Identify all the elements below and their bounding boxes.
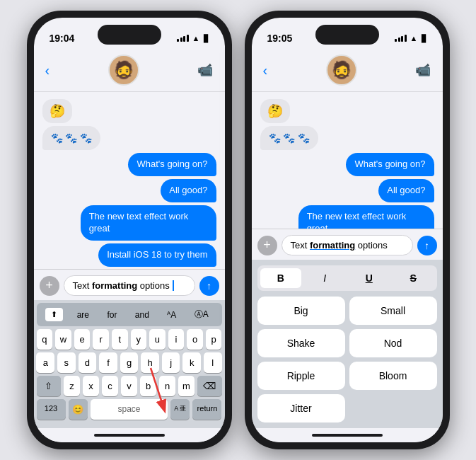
kb-key-n[interactable]: n	[159, 376, 175, 396]
send-button-2[interactable]: ↑	[417, 236, 437, 255]
format-panel-2: B I U S Big Small Shake Nod Ripple Bloom…	[252, 260, 443, 428]
msg-text-effect-2: The new text effect work great	[298, 205, 434, 229]
kb-key-c[interactable]: c	[102, 376, 118, 396]
fmt-bold-btn[interactable]: B	[260, 268, 302, 288]
home-bar-1	[94, 434, 165, 437]
kb-key-r[interactable]: r	[93, 329, 109, 350]
fmt-nod-btn[interactable]: Nod	[349, 329, 437, 357]
kb-suggestion-and-1[interactable]: and	[131, 308, 153, 322]
msg-row-emoji-1: 🤔	[42, 99, 216, 123]
msg-all-good-2: All good?	[378, 179, 434, 202]
fmt-ripple-btn[interactable]: Ripple	[257, 362, 345, 390]
phone-1-screen: 19:04 ▲ ▊ ‹ 🧔 📹 🤔	[34, 18, 225, 442]
msg-row-thinking-2: 🐾 🐾 🐾	[260, 126, 434, 150]
msg-row-sent-1-2: What's going on?	[260, 153, 434, 176]
fmt-big-btn[interactable]: Big	[257, 297, 345, 325]
kb-key-t[interactable]: t	[112, 329, 128, 350]
kb-key-g[interactable]: g	[120, 352, 139, 373]
kb-tool-aa2-1[interactable]: ⒶA	[190, 306, 213, 323]
home-indicator-2	[252, 428, 443, 442]
kb-key-y[interactable]: y	[131, 329, 147, 350]
kb-key-v[interactable]: v	[121, 376, 137, 396]
kb-key-m[interactable]: m	[178, 376, 195, 396]
fmt-small-btn[interactable]: Small	[349, 297, 437, 325]
time-1: 19:04	[50, 33, 75, 44]
msg-emoji-1: 🤔	[42, 99, 72, 123]
kb-row-1: q w e r t y u i o p	[37, 329, 222, 350]
kb-key-shift[interactable]: ⇧	[37, 376, 62, 396]
fmt-empty-btn	[349, 394, 437, 422]
format-toolbar-2: B I U S	[257, 265, 437, 291]
kb-key-o[interactable]: o	[187, 329, 203, 350]
wifi-icon-1: ▲	[192, 34, 200, 42]
kb-key-123[interactable]: 123	[37, 399, 66, 420]
kb-key-f[interactable]: f	[99, 352, 117, 373]
input-field-1[interactable]: Text formatting options	[64, 275, 195, 296]
msg-row-emoji-2: 🤔	[260, 99, 434, 123]
msg-row-1: What's going on?	[42, 153, 216, 176]
kb-key-i[interactable]: i	[168, 329, 185, 350]
kb-suggestion-for-1[interactable]: for	[103, 308, 121, 322]
send-button-1[interactable]: ↑	[199, 276, 219, 296]
kb-key-delete[interactable]: ⌫	[197, 376, 222, 396]
fmt-shake-btn[interactable]: Shake	[257, 329, 345, 357]
fmt-bloom-btn[interactable]: Bloom	[349, 362, 437, 390]
msg-whats-going-on-2: What's going on?	[346, 153, 434, 176]
fmt-underline-btn[interactable]: U	[349, 268, 390, 288]
msg-row-sent-3-2: The new text effect work great	[260, 205, 434, 229]
kb-key-e[interactable]: e	[74, 329, 91, 350]
nav-header-1: ‹ 🧔 📹	[34, 52, 225, 92]
msg-thinking-2: 🐾 🐾 🐾	[260, 126, 319, 150]
kb-tool-aa-1[interactable]: ᴬA	[163, 308, 180, 322]
msg-whats-going-on-1: What's going on?	[128, 153, 216, 176]
kb-key-b[interactable]: b	[140, 376, 156, 396]
keyboard-toolbar-1: ⬆ are for and ᴬA ⒶA	[37, 303, 222, 326]
video-button-2[interactable]: 📹	[415, 62, 431, 78]
msg-install-1: Install iOS 18 to try them	[98, 243, 216, 267]
kb-key-return[interactable]: return	[192, 399, 221, 420]
kb-key-z[interactable]: z	[64, 376, 80, 396]
avatar-2[interactable]: 🧔	[326, 54, 357, 86]
kb-key-u[interactable]: u	[149, 329, 166, 350]
kb-key-d[interactable]: d	[79, 352, 97, 373]
add-button-1[interactable]: +	[40, 276, 59, 296]
fmt-jitter-btn[interactable]: Jitter	[257, 394, 345, 422]
fmt-strikethrough-btn[interactable]: S	[393, 268, 434, 288]
back-button-2[interactable]: ‹	[263, 62, 268, 79]
keyboard-1: ⬆ are for and ᴬA ⒶA q w e r t y u i o p …	[34, 300, 225, 428]
avatar-1[interactable]: 🧔	[108, 54, 139, 86]
kb-key-p[interactable]: p	[206, 329, 222, 350]
kb-key-k[interactable]: k	[182, 352, 201, 373]
back-button-1[interactable]: ‹	[45, 62, 50, 79]
msg-row-3: The new text effect work great	[42, 205, 216, 241]
kb-key-q[interactable]: q	[37, 329, 53, 350]
kb-key-l[interactable]: l	[204, 352, 222, 373]
kb-key-x[interactable]: x	[83, 376, 99, 396]
input-text-2: Text formatting options	[291, 240, 388, 251]
add-button-2[interactable]: +	[257, 236, 277, 255]
kb-key-emoji[interactable]: 😊	[69, 399, 88, 420]
msg-row-thinking-1: 🐾 🐾 🐾	[42, 126, 216, 150]
phone-2: 19:05 ▲ ▊ ‹ 🧔 📹 🤔	[245, 11, 450, 449]
dynamic-island-1	[98, 25, 161, 45]
status-icons-2: ▲ ▊	[395, 34, 426, 42]
home-bar-2	[312, 434, 383, 437]
kb-key-space[interactable]: space	[91, 399, 168, 420]
kb-row-2: a s d f g h j k l	[37, 352, 222, 373]
kb-key-w[interactable]: w	[55, 329, 71, 350]
kb-suggestion-are-1[interactable]: are	[73, 308, 93, 322]
status-icons-1: ▲ ▊	[177, 34, 209, 42]
fmt-italic-btn[interactable]: I	[304, 268, 346, 288]
kb-key-s[interactable]: s	[57, 352, 76, 373]
kb-key-j[interactable]: j	[162, 352, 180, 373]
kb-tool-up-1[interactable]: ⬆	[45, 308, 63, 321]
kb-key-a[interactable]: a	[36, 352, 54, 373]
video-button-1[interactable]: 📹	[197, 62, 213, 78]
input-field-2[interactable]: Text formatting options	[281, 235, 413, 255]
kb-key-h[interactable]: h	[141, 352, 159, 373]
phone-1: 19:04 ▲ ▊ ‹ 🧔 📹 🤔	[27, 11, 232, 449]
msg-row-sent-2-2: All good?	[260, 179, 434, 202]
input-bar-1: + Text formatting options ↑	[34, 269, 225, 300]
kb-key-intl[interactable]: A 亜	[170, 399, 190, 420]
nav-header-2: ‹ 🧔 📹	[252, 52, 443, 92]
